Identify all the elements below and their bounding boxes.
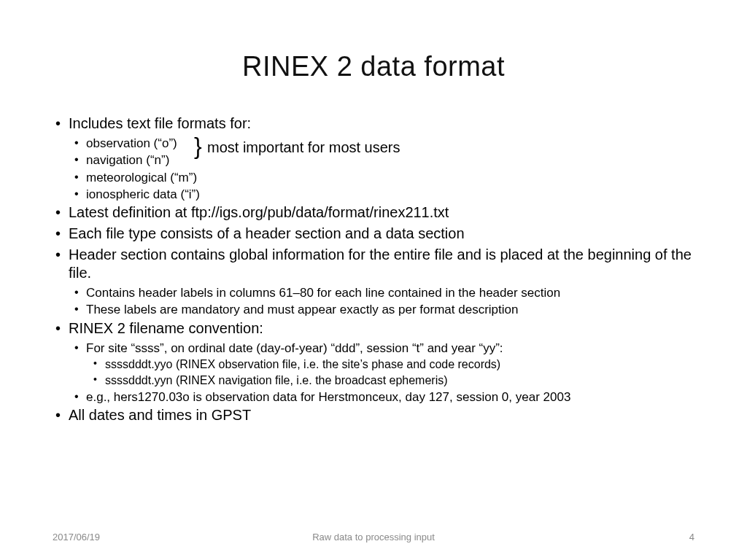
sub-observation: observation (“o”) } most important for m…: [51, 136, 696, 151]
bullet-header-section: Header section contains global informati…: [51, 246, 696, 282]
bullet-latest-def: Latest definition at ftp://igs.org/pub/d…: [51, 203, 696, 222]
bullet-includes: Includes text file formats for:: [51, 114, 696, 133]
bullet-gpst: All dates and times in GPST: [51, 406, 696, 424]
sub-meteorological: meteorological (“m”): [51, 170, 696, 185]
slide: RINEX 2 data format Includes text file f…: [0, 0, 747, 560]
sub-navigation: navigation (“n”): [51, 152, 696, 168]
slide-title: RINEX 2 data format: [51, 51, 696, 82]
footer-page-number: 4: [689, 532, 694, 542]
sub-labels-mandatory: These labels are mandatory and must appe…: [51, 302, 696, 317]
sub-ionospheric: ionospheric data (“i”): [51, 187, 696, 202]
slide-footer: 2017/06/19 Raw data to processing input …: [0, 532, 747, 542]
footer-title: Raw data to processing input: [312, 532, 435, 542]
sub-yyn: ssssdddt.yyn (RINEX navigation file, i.e…: [51, 373, 696, 388]
sub-header-labels: Contains header labels in columns 61–80 …: [51, 285, 696, 300]
sub-for-site: For site “ssss”, on ordinal date (day-of…: [51, 341, 696, 356]
slide-body: Includes text file formats for: observat…: [51, 114, 696, 424]
sub-example: e.g., hers1270.03o is observation data f…: [51, 389, 696, 405]
footer-date: 2017/06/19: [53, 532, 100, 542]
bullet-file-type: Each file type consists of a header sect…: [51, 225, 696, 243]
sub-yyo: ssssdddt.yyo (RINEX observation file, i.…: [51, 357, 696, 372]
bullet-filename-convention: RINEX 2 filename convention:: [51, 319, 696, 338]
sub-observation-text: observation (“o”): [86, 136, 177, 150]
